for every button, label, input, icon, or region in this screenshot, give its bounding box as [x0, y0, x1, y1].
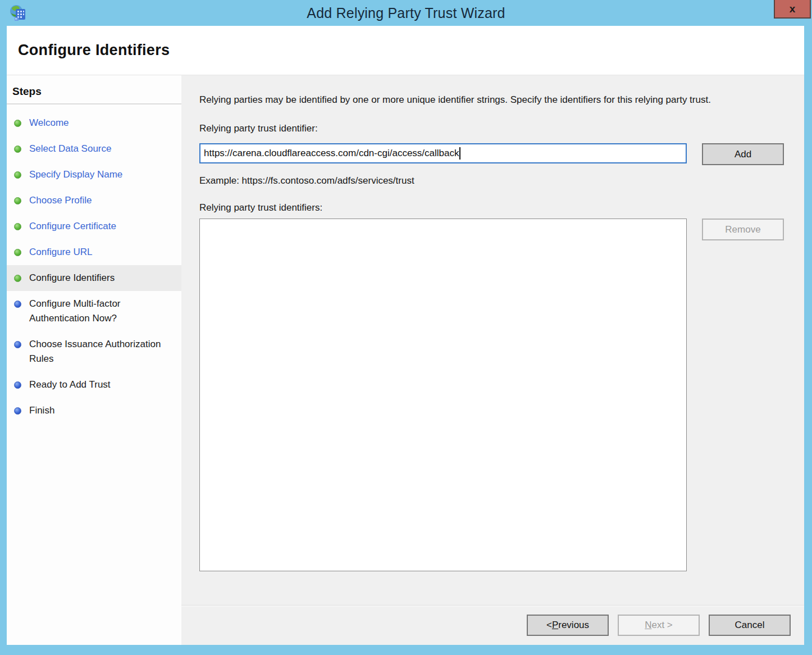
identifier-input-value: https://carena.cloudflareaccess.com/cdn-…: [204, 148, 459, 159]
identifier-input[interactable]: https://carena.cloudflareaccess.com/cdn-…: [199, 143, 687, 163]
step-specify-display-name[interactable]: Specify Display Name: [7, 162, 181, 188]
close-button[interactable]: x: [774, 0, 811, 19]
step-label: Ready to Add Trust: [29, 377, 111, 392]
step-label: Configure URL: [29, 245, 92, 260]
steps-sidebar: Steps Welcome Select Data Source Specify…: [7, 75, 181, 645]
step-configure-certificate[interactable]: Configure Certificate: [7, 213, 181, 239]
next-button-text: ext >: [651, 620, 672, 631]
step-label: Choose Issuance Authorization Rules: [29, 337, 178, 366]
steps-list: Welcome Select Data Source Specify Displ…: [7, 104, 181, 424]
example-text: Example: https://fs.contoso.com/adfs/ser…: [199, 175, 784, 187]
next-button[interactable]: Next >: [618, 615, 700, 636]
step-label: Choose Profile: [29, 193, 92, 208]
previous-button-text: <: [546, 620, 552, 631]
main-panel: Relying parties may be identified by one…: [181, 75, 804, 645]
pending-step-bullet-icon: [14, 341, 21, 348]
previous-button[interactable]: < Previous: [527, 615, 609, 636]
completed-step-bullet-icon: [14, 197, 21, 204]
completed-step-bullet-icon: [14, 275, 21, 282]
step-label: Configure Certificate: [29, 219, 116, 234]
identifier-field-label: Relying party trust identifier:: [199, 123, 784, 134]
remove-button[interactable]: Remove: [702, 219, 784, 240]
pending-step-bullet-icon: [14, 407, 21, 415]
intro-text: Relying parties may be identified by one…: [199, 92, 778, 107]
step-label: Specify Display Name: [29, 167, 122, 182]
identifiers-listbox[interactable]: [199, 219, 687, 571]
step-label: Select Data Source: [29, 142, 111, 156]
identifier-input-row: https://carena.cloudflareaccess.com/cdn-…: [199, 143, 784, 165]
completed-step-bullet-icon: [14, 145, 21, 153]
completed-step-bullet-icon: [14, 120, 21, 127]
step-ready-to-add-trust[interactable]: Ready to Add Trust: [7, 372, 181, 398]
previous-accesskey: P: [552, 620, 558, 631]
cancel-button[interactable]: Cancel: [709, 615, 791, 636]
wizard-footer: < Previous Next > Cancel: [181, 605, 804, 645]
adfs-app-icon: [9, 4, 27, 22]
add-button[interactable]: Add: [702, 143, 784, 165]
step-welcome[interactable]: Welcome: [7, 110, 181, 136]
step-configure-identifiers[interactable]: Configure Identifiers: [7, 265, 181, 291]
step-select-data-source[interactable]: Select Data Source: [7, 136, 181, 162]
pending-step-bullet-icon: [14, 301, 21, 308]
identifiers-list-row: Remove: [199, 219, 784, 571]
completed-step-bullet-icon: [14, 223, 21, 230]
pending-step-bullet-icon: [14, 381, 21, 389]
text-caret: [459, 147, 460, 160]
step-finish[interactable]: Finish: [7, 398, 181, 424]
previous-button-text: revious: [558, 620, 589, 631]
step-configure-multifactor[interactable]: Configure Multi-factor Authentication No…: [7, 291, 181, 331]
step-label: Finish: [29, 403, 54, 418]
completed-step-bullet-icon: [14, 171, 21, 179]
step-label: Welcome: [29, 116, 69, 130]
completed-step-bullet-icon: [14, 249, 21, 256]
step-configure-url[interactable]: Configure URL: [7, 239, 181, 265]
page-header: Configure Identifiers: [7, 26, 804, 75]
page-title: Configure Identifiers: [7, 42, 170, 59]
step-label: Configure Identifiers: [29, 271, 115, 285]
wizard-window: Add Relying Party Trust Wizard x Configu…: [0, 0, 812, 655]
wizard-body: Steps Welcome Select Data Source Specify…: [7, 75, 804, 645]
main-content: Relying parties may be identified by one…: [181, 75, 804, 605]
window-title: Add Relying Party Trust Wizard: [0, 5, 812, 21]
step-label: Configure Multi-factor Authentication No…: [29, 297, 178, 326]
steps-title: Steps: [7, 83, 181, 103]
titlebar: Add Relying Party Trust Wizard x: [0, 0, 812, 26]
step-choose-profile[interactable]: Choose Profile: [7, 188, 181, 213]
step-choose-issuance-rules[interactable]: Choose Issuance Authorization Rules: [7, 331, 181, 372]
next-accesskey: N: [645, 620, 651, 631]
identifiers-list-label: Relying party trust identifiers:: [199, 202, 784, 213]
